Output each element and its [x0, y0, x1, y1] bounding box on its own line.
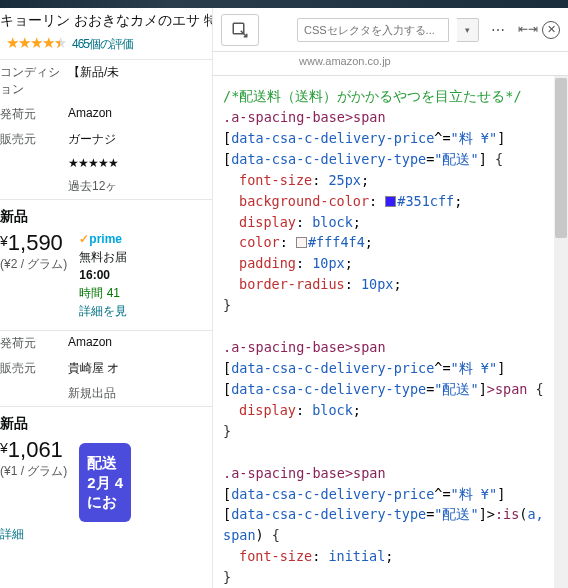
- scrollbar-track[interactable]: [554, 76, 568, 588]
- element-picker-button[interactable]: [221, 14, 259, 46]
- window-top-strip: [0, 0, 568, 8]
- offer-2: 新品 ¥1,061 (¥1 / グラム) 配送 2月 4 にお 詳細: [0, 407, 212, 553]
- offer2-condition: 新品: [0, 415, 212, 437]
- value-condition: 【新品/未: [68, 64, 119, 98]
- offer-1: 新品 ¥1,590 (¥2 / グラム) ✓prime 無料お届 16:00 時…: [0, 200, 212, 330]
- value-sold-by-2[interactable]: 貴崎屋 オ: [68, 360, 119, 377]
- amazon-page-fragment: キョーリン おおきなカメのエサ 特 ★★★★★465個の評価 コンディション【新…: [0, 8, 213, 588]
- seller-past12: 過去12ヶ: [68, 178, 117, 195]
- css-selector-input[interactable]: [297, 18, 449, 42]
- offer1-countdown: 時間 41: [79, 284, 127, 302]
- css-code-area[interactable]: /*配送料（送料）がかかるやつを目立たせる*/ .a-spacing-base>…: [213, 76, 568, 588]
- rating-stars[interactable]: ★★★★★465個の評価: [0, 32, 212, 59]
- offer2-detail-link[interactable]: 詳細: [0, 526, 212, 543]
- label-ships-from: 発荷元: [0, 106, 68, 123]
- dock-side-icon[interactable]: ⇤⇥: [518, 22, 534, 38]
- offer1-detail-link[interactable]: 詳細を見: [79, 302, 127, 320]
- value-sold-by[interactable]: ガーナジ: [68, 131, 116, 148]
- review-count[interactable]: 465個の評価: [72, 37, 133, 51]
- label-condition: コンディション: [0, 64, 68, 98]
- close-panel-button[interactable]: ✕: [542, 21, 560, 39]
- scrollbar-thumb[interactable]: [555, 78, 567, 238]
- offer1-shipping: ✓prime 無料お届 16:00 時間 41 詳細を見: [79, 230, 127, 320]
- more-menu-icon[interactable]: ⋯: [487, 22, 510, 38]
- product-title[interactable]: キョーリン おおきなカメのエサ 特: [0, 8, 212, 32]
- label-sold-by-2: 販売元: [0, 360, 68, 377]
- devtools-toolbar: ▾ ⋯ ⇤⇥ ✕: [213, 8, 568, 52]
- devtools-panel: ▾ ⋯ ⇤⇥ ✕ www.amazon.co.jp /*配送料（送料）がかかるや…: [213, 8, 568, 588]
- seller-rating-stars: ★★★★★: [68, 156, 118, 170]
- offer1-condition: 新品: [0, 208, 212, 230]
- value-ships-from-2: Amazon: [68, 335, 112, 352]
- shipping-promo-box: 配送 2月 4 にお: [79, 443, 131, 522]
- new-listing: 新規出品: [68, 385, 116, 402]
- label-ships-from-2: 発荷元: [0, 335, 68, 352]
- offer1-unit-price: (¥2 / グラム): [0, 256, 67, 273]
- selector-dropdown-button[interactable]: ▾: [457, 18, 479, 42]
- page-url: www.amazon.co.jp: [213, 51, 568, 76]
- value-ships-from: Amazon: [68, 106, 112, 123]
- prime-badge: ✓prime: [79, 230, 127, 248]
- offer2-price: ¥1,061: [0, 437, 67, 463]
- label-sold-by: 販売元: [0, 131, 68, 148]
- offer1-price: ¥1,590: [0, 230, 67, 256]
- offer2-unit-price: (¥1 / グラム): [0, 463, 67, 480]
